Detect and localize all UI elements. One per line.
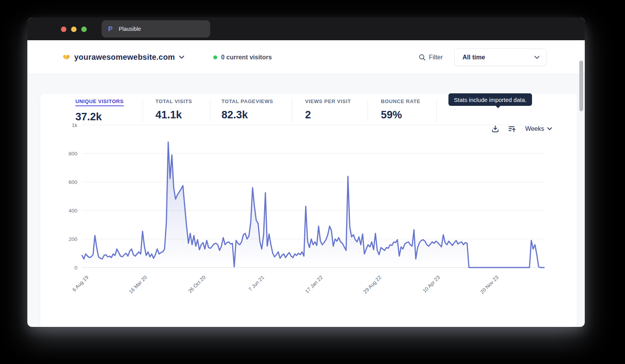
chevron-down-icon bbox=[534, 56, 539, 59]
site-favicon bbox=[62, 54, 70, 61]
imported-data-toggle-button[interactable] bbox=[508, 125, 516, 133]
search-icon bbox=[419, 54, 426, 61]
divider bbox=[292, 99, 292, 122]
minimize-window-button[interactable] bbox=[71, 27, 77, 32]
metric-value: 2 bbox=[305, 109, 351, 121]
date-range-value: All time bbox=[462, 54, 485, 61]
divider bbox=[210, 99, 210, 122]
current-visitors-label: 0 current visitors bbox=[221, 54, 272, 61]
imported-data-tooltip: Stats include imported data. bbox=[448, 93, 532, 106]
metric-tab-unique-visitors[interactable]: UNIQUE VISITORS 37.2k bbox=[75, 98, 124, 123]
browser-tabbar: P Plausible bbox=[27, 18, 585, 40]
site-switcher[interactable]: yourawesomewebsite.com bbox=[62, 40, 184, 74]
metric-value: 41.1k bbox=[155, 109, 192, 121]
export-download-button[interactable] bbox=[491, 125, 499, 133]
date-range-dropdown[interactable]: All time bbox=[454, 48, 547, 66]
divider bbox=[436, 99, 437, 122]
metric-value: 37.2k bbox=[75, 111, 124, 123]
metric-label: TOTAL PAGEVIEWS bbox=[221, 98, 273, 104]
metric-tab-views-per-visit[interactable]: VIEWS PER VISIT 2 bbox=[305, 98, 351, 121]
screenshot-canvas: P Plausible yourawesomewebsite.com bbox=[0, 0, 625, 364]
metric-tab-total-visits[interactable]: TOTAL VISITS 41.1k bbox=[155, 98, 192, 121]
metric-tab-total-pageviews[interactable]: TOTAL PAGEVIEWS 82.3k bbox=[221, 98, 273, 121]
tab-title: Plausible bbox=[119, 26, 141, 32]
metric-label: BOUNCE RATE bbox=[381, 98, 420, 104]
dashboard-page: UNIQUE VISITORS 37.2k TOTAL VISITS 41.1k… bbox=[27, 74, 585, 327]
metric-label: UNIQUE VISITORS bbox=[75, 98, 124, 106]
svg-text:P: P bbox=[108, 25, 112, 33]
plausible-logo-icon: P bbox=[107, 25, 115, 33]
metric-value: 82.3k bbox=[221, 109, 273, 121]
live-dot-icon bbox=[213, 55, 217, 59]
vertical-scrollbar-thumb[interactable] bbox=[579, 61, 583, 111]
site-header: yourawesomewebsite.com 0 current visitor… bbox=[27, 40, 585, 74]
divider bbox=[143, 99, 143, 122]
chevron-down-icon bbox=[547, 127, 552, 130]
zoom-window-button[interactable] bbox=[81, 27, 87, 32]
current-visitors[interactable]: 0 current visitors bbox=[213, 40, 272, 74]
metric-label: TOTAL VISITS bbox=[155, 98, 192, 104]
site-name: yourawesomewebsite.com bbox=[74, 53, 175, 62]
interval-dropdown[interactable]: Weeks bbox=[525, 125, 552, 132]
chart-controls: Weeks bbox=[491, 125, 552, 133]
stats-card: UNIQUE VISITORS 37.2k TOTAL VISITS 41.1k… bbox=[40, 94, 577, 327]
tooltip-arrow bbox=[495, 105, 501, 109]
close-window-button[interactable] bbox=[61, 27, 66, 32]
divider bbox=[368, 99, 368, 122]
metric-tab-bounce-rate[interactable]: BOUNCE RATE 59% bbox=[381, 98, 420, 121]
browser-window: P Plausible yourawesomewebsite.com bbox=[27, 18, 585, 327]
browser-tab-plausible[interactable]: P Plausible bbox=[102, 20, 210, 37]
metric-label: VIEWS PER VISIT bbox=[305, 98, 351, 104]
filter-label: Filter bbox=[429, 54, 443, 61]
filter-button[interactable]: Filter bbox=[419, 40, 443, 74]
interval-value: Weeks bbox=[525, 125, 544, 132]
chevron-down-icon bbox=[179, 55, 184, 59]
metric-value: 59% bbox=[381, 109, 420, 121]
